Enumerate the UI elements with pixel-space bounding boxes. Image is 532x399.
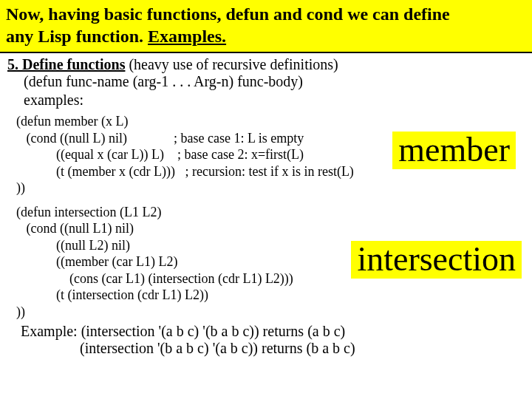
header-line1: Now, having basic functions, defun and c… (6, 3, 526, 25)
header-line2-prefix: any Lisp function. (6, 27, 148, 46)
code-text: (t (member x (cdr L))) (16, 164, 185, 179)
examples-link: Examples. (148, 27, 226, 46)
code-line: )) (16, 180, 525, 197)
example-output-2: (intersection '(b a b c) '(a b c)) retur… (80, 340, 525, 357)
section-heading: 5. Define functions (heavy use of recurs… (7, 56, 525, 73)
code-comment: ; base case 1: L is empty (174, 131, 304, 146)
code-text: (cond ((null L) nil) (16, 131, 174, 146)
section-paren: (heavy use of recursive definitions) (125, 56, 338, 72)
slide-header: Now, having basic functions, defun and c… (0, 0, 532, 52)
code-line: (cond ((null L1) nil) (16, 220, 525, 237)
defun-syntax: (defun func-name (arg-1 . . . Arg-n) fun… (24, 73, 525, 90)
code-comment: ; recursion: test if x is in rest(L) (185, 164, 353, 179)
examples-label: examples: (24, 92, 525, 109)
code-line: (defun intersection (L1 L2) (16, 204, 525, 221)
header-line2: any Lisp function. Examples. (6, 25, 526, 47)
code-line: )) (16, 304, 525, 321)
section-number: 5. Define functions (7, 56, 125, 72)
example-output-1: Example: (intersection '(a b c) '(b a b … (21, 323, 525, 340)
code-text: ((equal x (car L)) L) (16, 147, 177, 162)
intersection-badge: intersection (351, 241, 522, 279)
code-comment: ; base case 2: x=first(L) (177, 147, 304, 162)
member-badge: member (392, 132, 516, 169)
code-line: (defun member (x L) (16, 113, 525, 130)
slide-content: 5. Define functions (heavy use of recurs… (0, 52, 532, 357)
code-line: (t (intersection (cdr L1) L2)) (16, 287, 525, 304)
